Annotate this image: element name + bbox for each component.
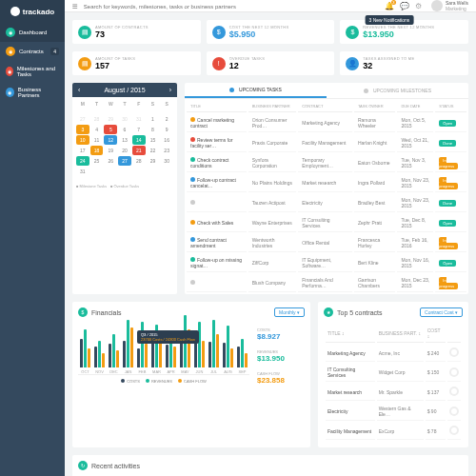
recent-icon: ↻ — [78, 461, 88, 470]
financials-dropdown[interactable]: Monthly ▾ — [274, 307, 305, 317]
table-row[interactable]: Tauzen ActipostElectricityBradley BestMo… — [187, 194, 466, 212]
cal-day[interactable]: 15 — [147, 135, 160, 145]
tab-upcoming-milestones[interactable]: UPCOMING MILESTONES — [327, 83, 468, 98]
stat-tasks: ▤Amount of Tasks157 — [72, 51, 201, 75]
table-row[interactable]: Follow-up on missing signat…ZiffCorpIT E… — [187, 254, 466, 272]
cal-day[interactable]: 11 — [90, 135, 104, 145]
user-menu[interactable]: Sara WellsMarketing — [431, 0, 468, 11]
calendar-widget: ‹August / 2015› MTWTFSS 2728293031123456… — [72, 83, 177, 294]
cal-day[interactable]: 22 — [147, 146, 160, 155]
search-input[interactable] — [84, 4, 379, 10]
cal-day[interactable]: 27 — [118, 156, 131, 166]
cal-day[interactable]: 10 — [76, 135, 89, 145]
cal-prev-icon[interactable]: ‹ — [78, 87, 80, 93]
doc-icon: ▤ — [78, 26, 91, 39]
cal-day[interactable]: 5 — [104, 125, 117, 134]
cal-day[interactable]: 9 — [160, 125, 173, 134]
tasks-icon: ▤ — [78, 57, 91, 70]
cal-next-icon[interactable]: › — [169, 87, 171, 93]
cal-day[interactable]: 29 — [147, 156, 160, 166]
stat-contracts: ▤Amount of Contracts73 — [72, 20, 201, 44]
table-row[interactable]: ElectricityWestern Gas & Ele…$ 90 — [326, 403, 461, 421]
cal-day[interactable]: 24 — [76, 156, 89, 166]
top5-table: Title ↕Business Part. ↕Cost ↕ Marketing … — [324, 323, 463, 442]
table-row[interactable]: Send contract amendmentWentworth Industr… — [187, 234, 466, 252]
dashboard-icon: ◉ — [6, 28, 15, 37]
cal-day[interactable]: 2 — [160, 114, 173, 124]
cal-day[interactable]: 19 — [104, 146, 117, 155]
cost-icon: $ — [212, 26, 226, 39]
cal-day[interactable]: 28 — [132, 156, 146, 166]
cal-day[interactable]: 1 — [147, 114, 160, 124]
overdue-icon: ! — [212, 57, 226, 70]
tab-upcoming-tasks[interactable]: UPCOMING TASKS — [185, 83, 327, 98]
cal-day[interactable]: 12 — [104, 135, 117, 145]
table-row[interactable]: Follow-up contract cancelat…No Plains Ho… — [187, 174, 466, 192]
cal-day[interactable]: 8 — [147, 125, 160, 134]
chat-icon[interactable]: 💬 — [400, 2, 409, 10]
cal-day[interactable]: 30 — [160, 156, 173, 166]
stat-assigned: 👤Tasks Assigned to Me32 — [340, 51, 468, 75]
tasks-table: TitleBusiness PartnerContractTask OwnerD… — [185, 99, 468, 294]
table-row[interactable]: Check with SalesWayne EnterprisesIT Cons… — [187, 214, 466, 232]
cal-day[interactable]: 20 — [118, 146, 131, 155]
cal-day[interactable]: 16 — [160, 135, 173, 145]
notifications-icon[interactable]: 🔔3 3 New Notifications — [385, 2, 394, 10]
cal-day[interactable]: 7 — [132, 125, 146, 134]
partners-icon: ◉ — [6, 88, 14, 97]
contracts-icon: ◉ — [6, 47, 15, 56]
cal-day[interactable]: 26 — [104, 156, 117, 166]
sidebar-item-contracts[interactable]: ◉Contracts4 — [0, 42, 65, 61]
revenue-icon: $ — [346, 26, 359, 39]
top5-dropdown[interactable]: Contract Cost ▾ — [420, 307, 463, 317]
cal-day[interactable]: 23 — [160, 146, 173, 155]
cloud-icon — [10, 7, 20, 16]
user-icon: 👤 — [346, 57, 359, 70]
chart-tooltip: Q3 / 201523766 Costs / 24300 Cash Flow — [137, 330, 199, 344]
menu-icon[interactable]: ≡ — [72, 1, 78, 11]
cal-day[interactable]: 31 — [76, 167, 89, 176]
cal-day[interactable]: 14 — [132, 135, 146, 145]
top5-icon: ★ — [324, 307, 333, 317]
financials-chart: Q3 / 201523766 Costs / 24300 Cash Flow O… — [78, 323, 249, 389]
cal-day[interactable]: 13 — [118, 135, 131, 145]
cal-day[interactable]: 3 — [76, 125, 89, 134]
cal-day[interactable]: 6 — [118, 125, 131, 134]
table-row[interactable]: Review terms for facility ser…Praxis Cor… — [187, 134, 466, 152]
sidebar-item-partners[interactable]: ◉Business Partners — [0, 82, 65, 103]
avatar — [431, 0, 443, 11]
cal-day[interactable]: 4 — [90, 125, 104, 134]
notif-tooltip: 3 New Notifications — [366, 15, 414, 25]
milestones-icon: ◉ — [6, 67, 13, 76]
stat-cost: $Cost the next 12 months$5.950 — [207, 20, 335, 44]
stat-overdue: !Overdue Tasks12 — [207, 51, 335, 75]
brand-logo: trackado — [0, 0, 65, 23]
sidebar-item-milestones[interactable]: ◉Milestones and Tasks — [0, 61, 65, 82]
cal-day[interactable]: 18 — [90, 146, 104, 155]
settings-icon[interactable]: ⚙ — [415, 2, 422, 10]
table-row[interactable]: Check contract conditionsSynfora Corpora… — [187, 154, 466, 172]
table-row[interactable]: Market researchMr. Sparkle$ 137 — [326, 384, 461, 401]
table-row[interactable]: IT Consulting ServicesWidget Corp$ 150 — [326, 364, 461, 382]
table-row[interactable]: Facility ManagementExCorp$ 78 — [326, 423, 461, 440]
cal-day[interactable]: 25 — [90, 156, 104, 166]
sidebar-item-dashboard[interactable]: ◉Dashboard — [0, 23, 65, 42]
cal-day[interactable]: 21 — [132, 146, 146, 155]
table-row[interactable]: Blush CompanyFinancials And Performa…Gar… — [187, 274, 466, 292]
cal-day[interactable]: 17 — [76, 146, 89, 155]
table-row[interactable]: Marketing AgencyAcme, Inc$ 240 — [326, 345, 461, 362]
table-row[interactable]: Cancel marketing contractOrion Consumer … — [187, 114, 466, 132]
